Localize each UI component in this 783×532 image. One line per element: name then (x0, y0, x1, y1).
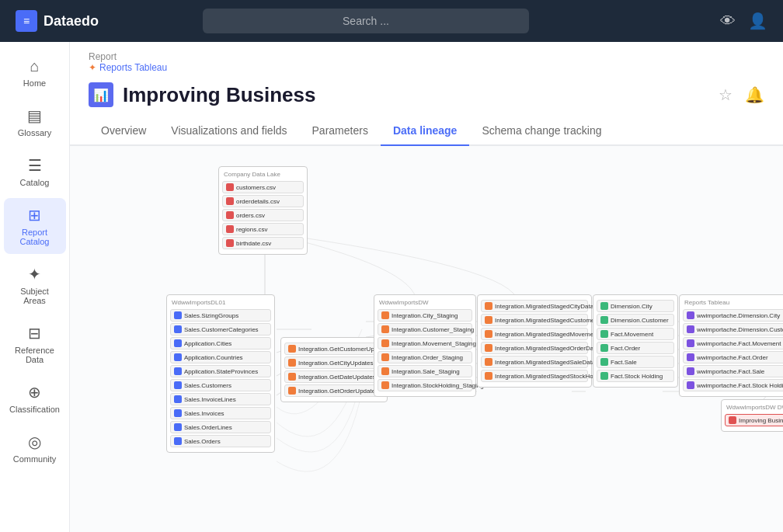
node-icon (381, 311, 389, 319)
node-sales-orders[interactable]: Sales.Orders (170, 435, 271, 447)
node-icon (600, 358, 608, 366)
node-icon (485, 316, 492, 324)
node-birthdate-csv[interactable]: birthdate.csv (222, 237, 304, 249)
tab-overview[interactable]: Overview (89, 116, 158, 146)
node-city-staging[interactable]: Integration.City_Staging (378, 309, 472, 322)
node-icon (600, 344, 608, 352)
node-orderdetails-csv[interactable]: orderdetails.csv (222, 195, 304, 207)
node-app-state-provinces[interactable]: Application.StateProvinces (170, 365, 271, 377)
node-get-order-updates[interactable]: Integration.GetOrderUpdates (284, 384, 384, 397)
node-customers-csv[interactable]: customers.csv (222, 181, 304, 193)
node-migrated-city[interactable]: Integration.MigratedStagedCityData (481, 300, 588, 312)
breadcrumb-current: Reports Tableau (99, 62, 167, 73)
sidebar-label-subject-areas: Subject Areas (10, 287, 60, 305)
node-customer-staging[interactable]: Integration.Customer_Staging (378, 323, 472, 336)
node-movement-staging[interactable]: Integration.Movement_Staging (378, 337, 472, 349)
breadcrumb: Report ✦ Reports Tableau (70, 42, 783, 76)
logo[interactable]: ≡ Dataedo (16, 10, 101, 32)
tab-parameters[interactable]: Parameters (300, 116, 381, 146)
page-title-area: 📊 Improving Business (89, 82, 316, 107)
node-stock-staging[interactable]: Integration.StockHolding_Staging (378, 379, 472, 391)
node-icon (485, 302, 492, 310)
group-title-staging: WdwwImportsDW (378, 298, 472, 307)
node-sales-customers[interactable]: Sales.Customers (170, 379, 271, 391)
node-icon (381, 325, 389, 333)
node-icon (600, 330, 608, 338)
group-title-reports-tableau: Reports Tableau (683, 298, 783, 307)
node-sales-order-lines[interactable]: Sales.OrderLines (170, 421, 271, 433)
node-fact-order[interactable]: Fact.Order (597, 342, 674, 354)
node-fact-stock[interactable]: Fact.Stock Holding (597, 370, 674, 382)
eye-icon[interactable]: 👁 (720, 12, 736, 30)
sidebar-item-catalog[interactable]: ☰ Catalog (4, 148, 66, 195)
sidebar-label-classification: Classification (9, 405, 60, 414)
node-regions-csv[interactable]: regions.csv (222, 223, 304, 235)
group-company-data-lake: Company Data Lake customers.csv orderdet… (218, 166, 308, 255)
logo-icon: ≡ (16, 10, 37, 32)
breadcrumb-link[interactable]: ✦ Reports Tableau (89, 62, 764, 73)
bell-icon[interactable]: 🔔 (745, 85, 764, 104)
node-migrated-sale[interactable]: Integration.MigratedStagedSaleData (481, 356, 588, 368)
group-wdww-imports-dl01: WdwwImportsDL01 Sales.SizingGroups Sales… (166, 294, 275, 453)
tabs-bar: Overview Visualizations and fields Param… (70, 116, 783, 146)
node-icon (226, 197, 234, 205)
node-migrated-movement[interactable]: Integration.MigratedStagedMovementData (481, 328, 588, 340)
node-icon (226, 225, 234, 233)
node-improving-business[interactable]: Improving Business (725, 414, 783, 426)
node-icon (600, 372, 608, 380)
node-dim-customer[interactable]: Dimension.Customer (597, 314, 674, 326)
node-sales-invoice-lines[interactable]: Sales.InvoiceLines (170, 393, 271, 405)
sidebar-item-report-catalog[interactable]: ⊞ Report Catalog (4, 198, 66, 254)
sidebar-item-home[interactable]: ⌂ Home (4, 50, 66, 96)
node-sales-invoices[interactable]: Sales.Invoices (170, 407, 271, 419)
node-rpt-fact-stock[interactable]: wwimportache.Fact.Stock Holding (683, 379, 783, 391)
node-migrated-stock[interactable]: Integration.MigratedStagedStockHoldingDa… (481, 370, 588, 382)
node-icon (381, 381, 389, 389)
sidebar-label-reference-data: Reference Data (10, 346, 60, 364)
tab-schema-change[interactable]: Schema change tracking (469, 116, 614, 146)
node-customer-categories[interactable]: Sales.CustomerCategories (170, 323, 271, 336)
node-icon (174, 311, 182, 319)
sidebar-item-subject-areas[interactable]: ✦ Subject Areas (4, 257, 66, 313)
sidebar-label-community: Community (13, 454, 57, 464)
node-migrated-customer[interactable]: Integration.MigratedStagedCustomerData (481, 314, 588, 326)
node-icon (687, 325, 694, 333)
node-icon (687, 339, 694, 347)
node-get-city-updates[interactable]: Integration.GetCityUpdates (284, 356, 384, 369)
main-content: Report ✦ Reports Tableau 📊 Improving Bus… (70, 42, 783, 532)
node-app-cities[interactable]: Application.Cities (170, 337, 271, 349)
node-fact-movement[interactable]: Fact.Movement (597, 328, 674, 340)
node-get-customer-updates[interactable]: Integration.GetCustomerUpdates (284, 342, 384, 355)
node-rpt-dim-customer[interactable]: wwimportache.Dimension.Customer (683, 323, 783, 336)
sidebar-item-classification[interactable]: ⊕ Classification (4, 375, 66, 422)
app-name: Dataedo (44, 13, 99, 30)
page-header: 📊 Improving Business ☆ 🔔 (70, 76, 783, 116)
sidebar-item-glossary[interactable]: ▤ Glossary (4, 99, 66, 145)
group-title-wdww-dl01: WdwwImportsDL01 (170, 298, 271, 307)
node-rpt-dim-city[interactable]: wwimportache.Dimension.City (683, 309, 783, 322)
node-rpt-fact-order[interactable]: wwimportache.Fact.Order (683, 351, 783, 363)
node-sizing-groups[interactable]: Sales.SizingGroups (170, 309, 271, 322)
tab-data-lineage[interactable]: Data lineage (381, 116, 469, 146)
node-icon (174, 437, 182, 445)
node-sale-staging[interactable]: Integration.Sale_Staging (378, 365, 472, 377)
sidebar-item-reference-data[interactable]: ⊟ Reference Data (4, 316, 66, 372)
node-order-staging[interactable]: Integration.Order_Staging (378, 351, 472, 363)
node-rpt-fact-movement[interactable]: wwimportache.Fact.Movement (683, 337, 783, 349)
node-icon (174, 367, 182, 375)
tab-visualizations[interactable]: Visualizations and fields (158, 116, 299, 146)
node-get-date-updates[interactable]: Integration.GetDateUpdates (284, 370, 384, 383)
home-icon: ⌂ (30, 57, 39, 75)
node-icon (288, 345, 296, 353)
node-app-countries[interactable]: Application.Countries (170, 351, 271, 363)
star-icon[interactable]: ☆ (719, 85, 733, 104)
node-dim-city[interactable]: Dimension.City (597, 300, 674, 312)
search-input[interactable]: Search ... (203, 9, 529, 33)
node-rpt-fact-sale[interactable]: wwimportache.Fact.Sale (683, 365, 783, 377)
node-fact-sale[interactable]: Fact.Sale (597, 356, 674, 368)
node-icon (226, 211, 234, 219)
node-orders-csv[interactable]: orders.csv (222, 209, 304, 221)
node-migrated-order[interactable]: Integration.MigratedStagedOrderData (481, 342, 588, 354)
sidebar-item-community[interactable]: ◎ Community (4, 425, 66, 471)
user-icon[interactable]: 👤 (748, 12, 767, 30)
